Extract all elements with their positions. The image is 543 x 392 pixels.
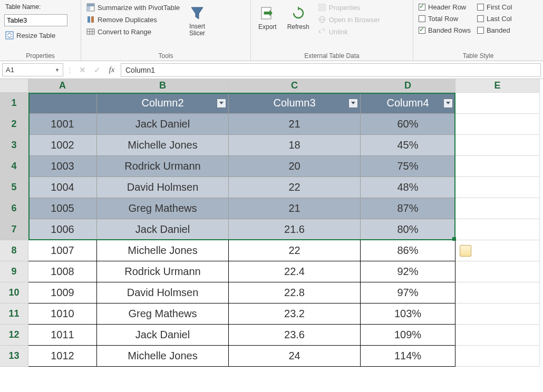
unlink-button[interactable]: Unlink [317, 26, 381, 37]
row-header[interactable]: 11 [0, 303, 28, 325]
cell[interactable]: 21 [229, 198, 361, 219]
cell[interactable] [455, 282, 540, 303]
cell[interactable]: David Holmsen [97, 282, 229, 303]
row-header[interactable]: 1 [0, 93, 28, 114]
col-header-B[interactable]: B [97, 79, 229, 93]
cell[interactable]: 103% [361, 303, 455, 325]
open-browser-button[interactable]: Open in Browser [317, 14, 381, 25]
cell[interactable]: 1009 [28, 282, 97, 303]
row-header[interactable]: 3 [0, 135, 28, 156]
cell[interactable] [455, 240, 540, 261]
formula-input[interactable]: Column1 [121, 63, 541, 77]
spreadsheet-grid[interactable]: A B C D E 1 Column1 Column2 Column3 Colu… [0, 79, 543, 367]
cancel-formula-button[interactable]: ✕ [76, 64, 88, 76]
col-header-D[interactable]: D [361, 79, 455, 93]
cell[interactable]: Greg Mathews [97, 198, 229, 219]
cell[interactable]: Michelle Jones [97, 346, 229, 367]
select-all-corner[interactable] [0, 79, 28, 93]
cell[interactable] [455, 135, 540, 156]
banded-rows-checkbox[interactable]: Banded Rows [418, 25, 472, 35]
cell[interactable] [455, 346, 540, 367]
remove-duplicates-button[interactable]: Remove Duplicates [85, 14, 181, 25]
cell[interactable]: 1008 [28, 261, 97, 282]
cell[interactable] [455, 325, 540, 346]
cell[interactable]: 22 [229, 177, 361, 198]
cell[interactable] [455, 303, 540, 325]
cell[interactable]: 1002 [28, 135, 97, 156]
filter-button[interactable] [443, 99, 453, 108]
insert-slicer-button[interactable]: InsertSlicer [185, 2, 209, 50]
cell[interactable]: Michelle Jones [97, 135, 229, 156]
filter-button[interactable] [217, 99, 226, 108]
cell[interactable] [455, 198, 540, 219]
summarize-pivot-button[interactable]: Summarize with PivotTable [85, 2, 181, 13]
row-header[interactable]: 13 [0, 346, 28, 367]
cell[interactable] [455, 156, 540, 177]
resize-table-button[interactable]: Resize Table [4, 30, 76, 41]
header-row-checkbox[interactable]: Header Row [418, 2, 472, 12]
cell[interactable]: 87% [361, 198, 455, 219]
row-header[interactable]: 10 [0, 282, 28, 303]
convert-range-button[interactable]: Convert to Range [85, 26, 181, 37]
cell[interactable]: 1005 [28, 198, 97, 219]
cell[interactable] [455, 219, 540, 240]
table-header-cell[interactable]: Column2 [97, 93, 229, 114]
cell[interactable]: 1003 [28, 156, 97, 177]
cell[interactable]: 22.4 [229, 261, 361, 282]
cell[interactable] [455, 177, 540, 198]
cell[interactable]: 114% [361, 346, 455, 367]
row-header[interactable]: 7 [0, 219, 28, 240]
cell[interactable]: 80% [361, 219, 455, 240]
table-header-cell[interactable]: Column3 [229, 93, 361, 114]
cell[interactable]: 1010 [28, 303, 97, 325]
cell[interactable] [455, 114, 540, 135]
cell[interactable]: 23.2 [229, 303, 361, 325]
first-col-checkbox[interactable]: First Col [476, 2, 513, 12]
cell[interactable]: 60% [361, 114, 455, 135]
cell[interactable] [455, 93, 540, 114]
paste-options-icon[interactable] [460, 245, 471, 257]
cell[interactable]: 97% [361, 282, 455, 303]
cell[interactable]: 92% [361, 261, 455, 282]
cell[interactable]: 1007 [28, 240, 97, 261]
table-name-input[interactable] [4, 14, 67, 26]
cell[interactable]: Jack Daniel [97, 114, 229, 135]
cell[interactable]: 22 [229, 240, 361, 261]
cell[interactable]: 1011 [28, 325, 97, 346]
cell[interactable]: 48% [361, 177, 455, 198]
cell[interactable]: 109% [361, 325, 455, 346]
cell[interactable]: 1006 [28, 219, 97, 240]
cell[interactable]: 18 [229, 135, 361, 156]
cell[interactable]: 45% [361, 135, 455, 156]
cell[interactable]: Michelle Jones [97, 240, 229, 261]
banded-col-checkbox[interactable]: Banded [476, 25, 513, 35]
cell[interactable]: 20 [229, 156, 361, 177]
cell[interactable] [455, 261, 540, 282]
cell[interactable]: 1012 [28, 346, 97, 367]
refresh-button[interactable]: Refresh [284, 2, 313, 50]
col-header-A[interactable]: A [28, 79, 97, 93]
cell[interactable]: 21 [229, 114, 361, 135]
table-header-cell[interactable]: Column4 [361, 93, 455, 114]
cell[interactable]: 1001 [28, 114, 97, 135]
row-header[interactable]: 4 [0, 156, 28, 177]
row-header[interactable]: 5 [0, 177, 28, 198]
row-header[interactable]: 2 [0, 114, 28, 135]
last-col-checkbox[interactable]: Last Col [476, 14, 513, 24]
total-row-checkbox[interactable]: Total Row [418, 14, 472, 24]
col-header-E[interactable]: E [455, 79, 540, 93]
row-header[interactable]: 6 [0, 198, 28, 219]
col-header-C[interactable]: C [229, 79, 361, 93]
row-header[interactable]: 9 [0, 261, 28, 282]
cell[interactable]: Jack Daniel [97, 325, 229, 346]
cell[interactable]: David Holmsen [97, 177, 229, 198]
cell[interactable]: 86% [361, 240, 455, 261]
fx-button[interactable]: fx [106, 64, 118, 76]
cell[interactable]: Rodrick Urmann [97, 156, 229, 177]
cell[interactable]: Jack Daniel [97, 219, 229, 240]
cell[interactable]: 1004 [28, 177, 97, 198]
cell[interactable]: 75% [361, 156, 455, 177]
cell[interactable]: 21.6 [229, 219, 361, 240]
filter-button[interactable] [348, 99, 358, 108]
cell[interactable]: 22.8 [229, 282, 361, 303]
